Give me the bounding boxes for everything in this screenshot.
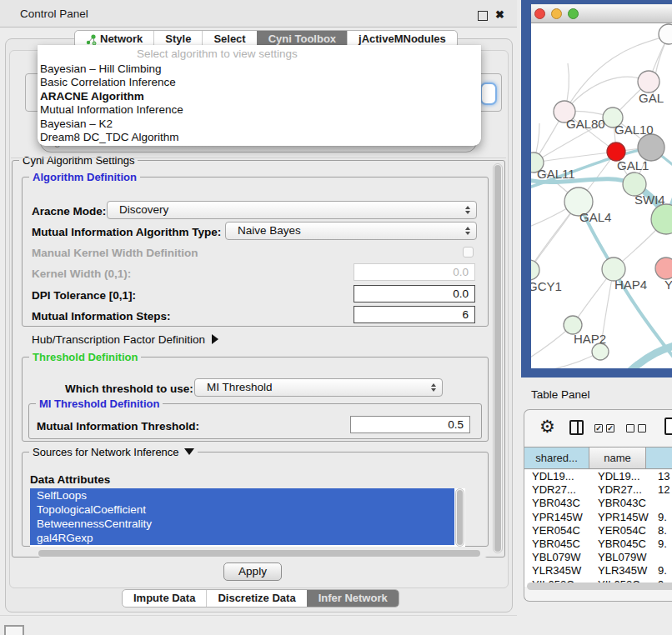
network-window-titlebar[interactable] xyxy=(531,4,672,23)
close-icon[interactable]: ✖ xyxy=(495,8,504,21)
mi-algorithm-type-select[interactable]: Naive Bayes xyxy=(225,222,477,240)
algorithm-option[interactable]: Bayesian – Hill Climbing xyxy=(40,62,479,76)
data-attribute-item[interactable]: gal4RGexp xyxy=(30,531,454,545)
tab-discretize-data[interactable]: Discretize Data xyxy=(206,590,306,607)
table-row[interactable]: YBR045CYBR045C9. xyxy=(524,538,672,551)
sources-title: Sources for Network Inference xyxy=(33,446,179,458)
uncheck-all-icon[interactable] xyxy=(638,424,646,432)
table-row[interactable]: YLR345WYLR345W9. xyxy=(524,564,672,578)
mi-type-value: Naive Bayes xyxy=(238,222,301,239)
column-header-name[interactable]: name xyxy=(589,448,646,468)
data-attribute-item[interactable]: SelfLoops xyxy=(30,488,454,502)
table-row[interactable]: YPR145WYPR145W9. xyxy=(524,511,672,524)
settings-horizontal-scrollbar[interactable] xyxy=(37,549,489,558)
split-columns-icon[interactable] xyxy=(569,420,584,435)
float-window-icon[interactable] xyxy=(478,11,488,21)
table-row[interactable]: YBR043CYBR043C xyxy=(524,497,672,510)
apply-button[interactable]: Apply xyxy=(223,562,282,581)
network-node[interactable] xyxy=(659,24,672,44)
aracne-mode-select[interactable]: Discovery xyxy=(107,201,477,219)
algorithm-option[interactable]: Bayesian – K2 xyxy=(40,118,479,131)
table-rows: YDL19...YDL19...13YDR27...YDR27...12YBR0… xyxy=(524,470,672,587)
network-node-y[interactable] xyxy=(655,258,672,279)
spinner-icon xyxy=(465,227,470,235)
table-row[interactable]: YER054CYER054C8. xyxy=(524,524,672,538)
spinner-icon xyxy=(431,383,436,392)
spinner-icon xyxy=(465,206,470,214)
column-header-partial[interactable] xyxy=(646,448,672,468)
algorithm-option[interactable]: ARACNE Algorithm xyxy=(40,90,479,103)
table-cell: YBR045C xyxy=(589,538,646,551)
table-horizontal-scrollbar[interactable] xyxy=(527,582,672,590)
table-cell: YPR145W xyxy=(524,511,589,524)
network-icon xyxy=(86,34,97,45)
kernel-width-input[interactable]: 0.0 xyxy=(354,263,475,281)
uncheck-all-icon[interactable] xyxy=(626,424,634,432)
cyni-bottom-tabs: Impute DataDiscretize DataInfer Network xyxy=(122,589,399,608)
document-icon[interactable] xyxy=(664,418,672,435)
column-header-shared[interactable]: shared... xyxy=(524,448,589,468)
gear-icon[interactable]: ⚙ xyxy=(539,417,555,437)
network-node-gal[interactable] xyxy=(638,71,659,92)
minimize-traffic-light-icon[interactable] xyxy=(551,8,562,19)
data-attributes-label: Data Attributes xyxy=(30,473,110,486)
table-cell: YER054C xyxy=(589,524,646,538)
which-threshold-label: Which threshold to use: xyxy=(65,382,193,395)
tab-label: Impute Data xyxy=(133,590,195,607)
data-attribute-item[interactable]: TopologicalCoefficient xyxy=(30,502,454,517)
control-panel-title: Control Panel xyxy=(20,8,88,20)
algorithm-popup-list: Bayesian – Hill ClimbingBasic Correlatio… xyxy=(40,62,479,144)
mi-threshold-input[interactable]: 0.5 xyxy=(350,416,470,433)
network-edge-highlighted xyxy=(629,343,672,368)
node-label: HAP2 xyxy=(574,332,606,346)
group-title: Threshold Definition xyxy=(29,351,141,363)
table-cell: 9. xyxy=(646,538,672,551)
network-node[interactable] xyxy=(638,134,664,161)
kernel-width-label: Kernel Width (0,1): xyxy=(32,268,131,280)
table-toolbar: ⚙ ✓ ✓ xyxy=(524,410,672,447)
network-node[interactable] xyxy=(592,343,609,360)
hub-definition-disclosure[interactable]: Hub/Transcription Factor Definition xyxy=(32,333,218,346)
table-row[interactable]: YBL079WYBL079W xyxy=(524,551,672,564)
network-window-frame: GAL80GAL10GAL1GAL11GAL4SWI4GCY1HAP4HAP2Y… xyxy=(521,0,672,378)
table-cell xyxy=(646,497,672,510)
algorithm-option[interactable]: Dream8 DC_TDC Algorithm xyxy=(40,131,479,144)
node-label: GAL1 xyxy=(617,158,649,172)
dpi-tolerance-label: DPI Tolerance [0,1]: xyxy=(32,289,136,302)
algorithm-option[interactable]: Mutual Information Inference xyxy=(40,103,479,117)
mi-steps-input[interactable]: 6 xyxy=(354,306,475,323)
network-node-gcy1[interactable] xyxy=(531,260,539,280)
mi-type-label: Mutual Information Algorithm Type: xyxy=(32,226,221,238)
close-traffic-light-icon[interactable] xyxy=(534,8,545,19)
manual-kernel-checkbox[interactable] xyxy=(463,247,474,258)
table-cell: YDR27... xyxy=(589,483,646,497)
partial-corner-icon xyxy=(4,625,24,635)
tab-label: Infer Network xyxy=(318,590,388,607)
which-threshold-select[interactable]: MI Threshold xyxy=(194,378,443,397)
table-cell: 8. xyxy=(646,524,672,538)
tab-label: Discretize Data xyxy=(218,590,295,607)
dpi-tolerance-input[interactable]: 0.0 xyxy=(354,285,475,302)
table-row[interactable]: YDR27...YDR27...12 xyxy=(524,483,672,497)
mi-threshold-label: Mutual Information Threshold: xyxy=(37,420,199,432)
algorithm-option[interactable]: Basic Correlation Inference xyxy=(40,76,479,89)
focused-button-fragment[interactable] xyxy=(480,82,497,105)
tab-impute-data[interactable]: Impute Data xyxy=(123,590,206,607)
check-all-icon[interactable]: ✓ xyxy=(594,424,603,432)
attributes-scrollbar[interactable] xyxy=(455,488,464,547)
screenshot-root: { "panel": { "title": "Control Panel", "… xyxy=(0,0,672,635)
tab-infer-network[interactable]: Infer Network xyxy=(307,590,399,607)
table-row[interactable]: YDL19...YDL19...13 xyxy=(524,470,672,483)
sources-disclosure[interactable]: Sources for Network Inference xyxy=(29,446,198,458)
table-cell: YDR27... xyxy=(524,483,589,497)
network-node-swi4[interactable] xyxy=(651,204,672,234)
table-cell: YBL079W xyxy=(589,551,646,564)
node-label: GAL10 xyxy=(614,122,654,137)
table-cell: YBR043C xyxy=(524,497,589,510)
network-canvas[interactable]: GAL80GAL10GAL1GAL11GAL4SWI4GCY1HAP4HAP2Y… xyxy=(531,23,672,368)
data-attribute-item[interactable]: BetweennessCentrality xyxy=(30,517,454,531)
check-all-icon[interactable]: ✓ xyxy=(606,424,614,432)
settings-vertical-scrollbar[interactable] xyxy=(493,163,503,553)
data-attributes-list: SelfLoopsTopologicalCoefficientBetweenne… xyxy=(30,488,465,547)
zoom-traffic-light-icon[interactable] xyxy=(568,8,579,19)
